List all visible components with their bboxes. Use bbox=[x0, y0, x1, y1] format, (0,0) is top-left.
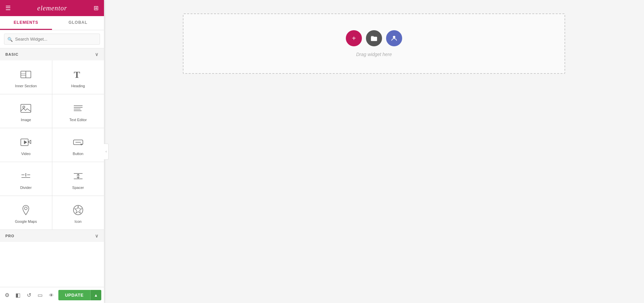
widget-button[interactable]: Button bbox=[52, 128, 104, 162]
search-input[interactable] bbox=[4, 34, 100, 45]
drop-zone[interactable]: + Drag widget here bbox=[183, 13, 565, 74]
sidebar-header: ☰ elementor ⊞ bbox=[0, 0, 104, 16]
settings-button[interactable]: ⚙ bbox=[3, 289, 11, 301]
tab-global[interactable]: GLOBAL bbox=[52, 16, 104, 30]
sidebar-footer: ⚙ ◧ ↺ ▭ 👁 UPDATE ▲ bbox=[0, 287, 104, 303]
pro-section-header[interactable]: PRO ∨ bbox=[0, 230, 104, 242]
widget-video[interactable]: Video bbox=[0, 128, 52, 162]
tab-elements[interactable]: ELEMENTS bbox=[0, 16, 52, 30]
canvas-area: + Drag widget here bbox=[183, 13, 565, 74]
divider-icon bbox=[20, 169, 32, 183]
collapse-handle[interactable]: ‹ bbox=[104, 144, 109, 160]
sidebar-tabs: ELEMENTS GLOBAL bbox=[0, 16, 104, 30]
pro-section-chevron: ∨ bbox=[95, 233, 99, 239]
update-arrow-button[interactable]: ▲ bbox=[90, 290, 101, 300]
svg-point-25 bbox=[24, 207, 27, 210]
library-button[interactable] bbox=[366, 30, 382, 46]
update-btn-group: UPDATE ▲ bbox=[58, 290, 101, 300]
basic-section-label: BASIC bbox=[5, 52, 18, 56]
heading-icon: T bbox=[72, 68, 84, 81]
spacer-icon bbox=[72, 169, 84, 183]
widget-video-label: Video bbox=[21, 152, 31, 156]
basic-section-header[interactable]: BASIC ∨ bbox=[0, 48, 104, 60]
drop-zone-text: Drag widget here bbox=[356, 52, 392, 57]
google-maps-icon bbox=[20, 203, 32, 217]
svg-marker-13 bbox=[24, 141, 27, 144]
widget-text-editor-label: Text Editor bbox=[69, 118, 87, 122]
sidebar-content: BASIC ∨ Inner Section bbox=[0, 48, 104, 287]
svg-point-26 bbox=[73, 205, 83, 215]
widget-heading-label: Heading bbox=[71, 84, 85, 88]
settings-icon: ⚙ bbox=[5, 292, 9, 298]
template-button[interactable] bbox=[386, 30, 402, 46]
pro-section-label: PRO bbox=[5, 234, 14, 238]
grid-icon[interactable]: ⊞ bbox=[94, 4, 99, 12]
responsive-icon: ▭ bbox=[38, 292, 43, 298]
history-button[interactable]: ↺ bbox=[25, 289, 33, 301]
icon-icon bbox=[72, 203, 84, 217]
widget-google-maps[interactable]: Google Maps bbox=[0, 196, 52, 230]
widget-icon-label: Icon bbox=[74, 219, 82, 223]
layers-button[interactable]: ◧ bbox=[14, 289, 22, 301]
drop-zone-buttons: + bbox=[346, 30, 402, 46]
responsive-button[interactable]: ▭ bbox=[36, 289, 44, 301]
widget-divider-label: Divider bbox=[20, 186, 32, 190]
svg-rect-5 bbox=[21, 104, 31, 112]
elementor-logo: elementor bbox=[37, 4, 67, 12]
widget-text-editor[interactable]: Text Editor bbox=[52, 94, 104, 128]
widget-image[interactable]: Image bbox=[0, 94, 52, 128]
widget-spacer[interactable]: Spacer bbox=[52, 162, 104, 196]
widget-inner-section[interactable]: Inner Section bbox=[0, 60, 52, 94]
sidebar: ☰ elementor ⊞ ELEMENTS GLOBAL 🔍 BASIC ∨ bbox=[0, 0, 104, 303]
widget-heading[interactable]: T Heading bbox=[52, 60, 104, 94]
widget-inner-section-label: Inner Section bbox=[15, 84, 37, 88]
main-canvas: + Drag widget here bbox=[104, 0, 644, 303]
update-button[interactable]: UPDATE bbox=[58, 290, 90, 300]
hamburger-icon[interactable]: ☰ bbox=[5, 4, 11, 12]
preview-icon: 👁 bbox=[49, 293, 54, 298]
text-editor-icon bbox=[72, 102, 84, 115]
search-icon: 🔍 bbox=[7, 37, 13, 42]
history-icon: ↺ bbox=[27, 292, 31, 298]
svg-text:T: T bbox=[74, 69, 80, 80]
video-icon bbox=[20, 136, 32, 149]
svg-point-6 bbox=[23, 106, 25, 108]
widget-button-label: Button bbox=[73, 152, 84, 156]
widget-grid: Inner Section T Heading bbox=[0, 60, 104, 230]
svg-rect-28 bbox=[371, 37, 377, 41]
svg-marker-27 bbox=[74, 206, 82, 213]
button-icon bbox=[72, 136, 84, 149]
widget-google-maps-label: Google Maps bbox=[15, 219, 37, 223]
inner-section-icon bbox=[20, 68, 32, 81]
image-icon bbox=[20, 102, 32, 115]
svg-point-29 bbox=[393, 36, 395, 38]
preview-button[interactable]: 👁 bbox=[47, 289, 56, 301]
widget-icon[interactable]: Icon bbox=[52, 196, 104, 230]
svg-marker-12 bbox=[28, 140, 31, 144]
layers-icon: ◧ bbox=[15, 292, 20, 298]
pro-section: PRO ∨ bbox=[0, 230, 104, 242]
widget-divider[interactable]: Divider bbox=[0, 162, 52, 196]
add-widget-button[interactable]: + bbox=[346, 30, 362, 46]
widget-image-label: Image bbox=[21, 118, 31, 122]
widget-spacer-label: Spacer bbox=[72, 186, 84, 190]
basic-section-chevron: ∨ bbox=[95, 52, 99, 57]
search-container: 🔍 bbox=[0, 30, 104, 48]
